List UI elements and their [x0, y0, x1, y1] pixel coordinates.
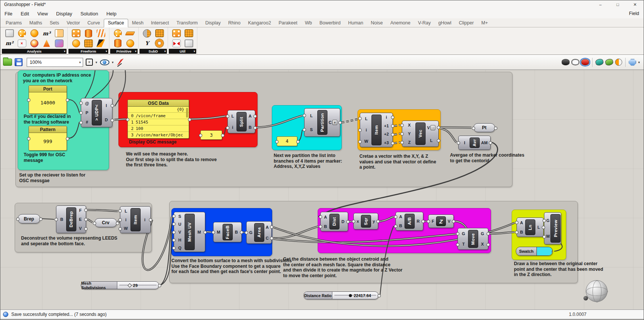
- canvas-navigation-ball[interactable]: [586, 280, 608, 302]
- meshuv-component[interactable]: SUVHQMesh UVM: [174, 212, 205, 252]
- split-out-nub[interactable]: [253, 126, 257, 130]
- sweep-icon[interactable]: [95, 39, 106, 48]
- zunit-in-nub[interactable]: [427, 220, 430, 223]
- tab-vector[interactable]: Vector: [63, 19, 83, 27]
- cylinder-icon[interactable]: [112, 39, 123, 48]
- item2-in-nub[interactable]: [118, 209, 122, 213]
- tab-m+[interactable]: M+: [477, 19, 492, 27]
- debrep-in-nub[interactable]: [55, 218, 58, 221]
- sphere-icon[interactable]: [124, 39, 136, 48]
- udp-in-nub[interactable]: [79, 101, 83, 105]
- ab-in-nub[interactable]: [394, 215, 397, 219]
- minimize-button[interactable]: –: [592, 0, 609, 9]
- pt-output-nub[interactable]: [494, 127, 497, 130]
- ruled-surface-icon[interactable]: [95, 29, 106, 38]
- tab-sets[interactable]: Sets: [46, 19, 63, 27]
- vec-component[interactable]: XYZVecV↓L: [402, 121, 439, 147]
- distance-ratio-slider-output-nub[interactable]: [377, 294, 381, 297]
- preview-in-nub[interactable]: [542, 235, 546, 238]
- meshuv-in-nub[interactable]: [172, 238, 176, 242]
- tab-wb[interactable]: Wb: [301, 19, 316, 27]
- zunit-component[interactable]: FZV: [428, 214, 454, 228]
- ln-component[interactable]: ABLnL: [517, 217, 544, 237]
- toolbar-group-label[interactable]: Analysis▾: [2, 49, 67, 54]
- debrep-out-nub[interactable]: [84, 227, 88, 231]
- zoom-select[interactable]: 100% ▾: [27, 58, 83, 67]
- volume-icon[interactable]: m³: [41, 29, 52, 38]
- ab-component[interactable]: ABA/BR: [395, 212, 423, 231]
- pt-param[interactable]: Pt: [473, 123, 495, 132]
- preview-off-icon[interactable]: [562, 59, 570, 65]
- preview-dropdown-caret-icon[interactable]: ▾: [112, 60, 114, 64]
- tab-v-ray[interactable]: V-Ray: [414, 19, 435, 27]
- area-out-nub[interactable]: [270, 237, 273, 240]
- swatch-component[interactable]: Swatch: [516, 247, 553, 256]
- debrep-out-nub[interactable]: [84, 218, 88, 221]
- move-component[interactable]: GTMoveGX: [458, 228, 488, 250]
- gumball-icon[interactable]: [629, 59, 636, 66]
- osc-data-panel[interactable]: OSC Data{0}0/vicon/frame15154521003/vico…: [127, 100, 189, 139]
- toolbar-group-label[interactable]: SubD▾: [139, 49, 167, 54]
- point-in-brep-icon[interactable]: [16, 29, 27, 38]
- brep-closest-point-icon[interactable]: ×: [16, 39, 27, 48]
- move-out-nub[interactable]: [486, 232, 490, 235]
- split-in-nub[interactable]: [226, 115, 229, 118]
- subd-box-icon[interactable]: [154, 29, 165, 38]
- port-panel-input-nub[interactable]: [27, 98, 30, 102]
- toolbar-group-label[interactable]: Util▾: [169, 49, 196, 54]
- udp-in-nub[interactable]: [79, 121, 83, 124]
- brep-wireframe-icon[interactable]: [29, 39, 40, 48]
- tab-parakeet[interactable]: Parakeet: [275, 19, 301, 27]
- menu-item-file[interactable]: File: [0, 11, 17, 17]
- menu-item-display[interactable]: Display: [52, 11, 76, 17]
- tab-kangaroo2[interactable]: Kangaroo2: [244, 19, 275, 27]
- move-in-nub[interactable]: [456, 232, 459, 235]
- flip-matrix-icon[interactable]: [171, 39, 182, 48]
- tab-intersect[interactable]: Intersect: [147, 19, 173, 27]
- draw-full-names-icon[interactable]: [605, 58, 614, 66]
- sqr-out-nub[interactable]: [376, 220, 380, 223]
- item1-out-nub[interactable]: [391, 133, 394, 136]
- ln-in-nub[interactable]: [515, 221, 518, 224]
- brep-output-nub[interactable]: [39, 217, 42, 221]
- faceb-out-nub[interactable]: [240, 231, 243, 234]
- split-index-panel[interactable]: 3: [200, 130, 222, 140]
- split-out-nub[interactable]: [253, 115, 257, 118]
- vec-out-nub[interactable]: [437, 126, 440, 129]
- faceb-in-nub[interactable]: [212, 231, 215, 234]
- gumball-caret-icon[interactable]: ▾: [638, 60, 640, 64]
- pattern-panel[interactable]: Pattern999: [29, 126, 67, 151]
- tab-anemone[interactable]: Anemone: [386, 19, 414, 27]
- area-out-nub[interactable]: [270, 225, 273, 229]
- port-panel-output-nub[interactable]: [66, 98, 69, 102]
- divide-surface-icon[interactable]: [171, 29, 182, 38]
- udp-component[interactable]: @P#> UDP<ID: [81, 98, 112, 127]
- preview-in-nub[interactable]: [542, 219, 546, 222]
- item1-in-nub[interactable]: [358, 128, 362, 132]
- dist-in-nub[interactable]: [319, 225, 322, 228]
- tab-surface[interactable]: Surface: [104, 19, 128, 27]
- osculating-blob-icon[interactable]: [29, 29, 40, 38]
- menu-item-help[interactable]: Help: [102, 11, 121, 17]
- tab-bowerbird[interactable]: Bowerbird: [316, 19, 344, 27]
- pattern-panel-output-nub[interactable]: [66, 137, 69, 140]
- menu-item-edit[interactable]: Edit: [17, 11, 33, 17]
- menu-item-view[interactable]: View: [33, 11, 52, 17]
- close-button[interactable]: ✕: [626, 0, 644, 9]
- draw-icons-icon[interactable]: [595, 58, 605, 66]
- partition-size-panel-output-nub[interactable]: [296, 140, 300, 143]
- item2-component[interactable]: LiWItemi: [120, 206, 151, 233]
- preview-shaded-icon[interactable]: [581, 59, 589, 65]
- tab-params[interactable]: Params: [2, 19, 26, 27]
- deconstruct-box-icon[interactable]: [4, 29, 15, 38]
- distance-ratio-slider[interactable]: Distance Ratio22417.64: [303, 291, 379, 299]
- dist-in-nub[interactable]: [319, 215, 322, 219]
- sphere-fit-icon[interactable]: [112, 29, 123, 38]
- item2-in-nub[interactable]: [118, 218, 122, 222]
- debrep-out-nub[interactable]: [84, 208, 88, 212]
- avr-in-nub[interactable]: [457, 141, 460, 145]
- osc-data-panel-output-nub[interactable]: [188, 118, 191, 121]
- preview-component[interactable]: GMPreview: [544, 212, 561, 245]
- udp-in-nub[interactable]: [79, 111, 83, 115]
- zoom-dropdown-caret-icon[interactable]: ▾: [95, 60, 97, 64]
